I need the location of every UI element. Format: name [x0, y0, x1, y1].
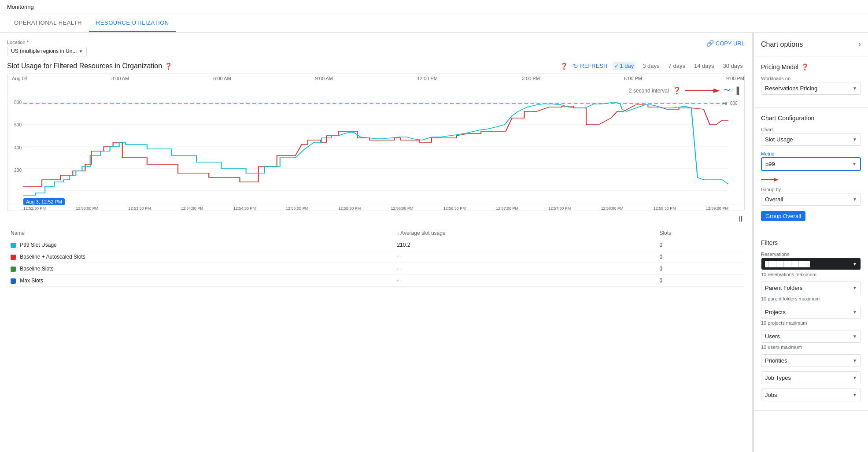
reservations-filter[interactable]: ████████████ ▼ — [761, 258, 861, 270]
location-dropdown[interactable]: US (multiple regions in Un... ▼ — [7, 46, 87, 56]
users-filter[interactable]: Users ▼ — [761, 330, 861, 343]
pause-icon[interactable]: ⏸ — [737, 215, 745, 224]
y-right-800: 800 — [730, 101, 744, 106]
location-value: US (multiple regions in Un... — [11, 48, 77, 54]
table-row: Baseline Slots - 0 — [7, 263, 745, 275]
top-bar: Monitoring — [0, 0, 868, 14]
jobs-filter[interactable]: Jobs ▼ — [761, 389, 861, 401]
chart-help-icon[interactable]: ❓ — [560, 63, 568, 70]
legend-row-2-slots: 0 — [656, 263, 745, 275]
legend-color-1 — [11, 255, 16, 260]
workloads-dropdown[interactable]: Reservations Pricing ▼ — [761, 82, 861, 95]
filters-section: Filters Reservations ████████████ ▼ 10 r… — [754, 232, 868, 411]
projects-group: Projects ▼ 10 projects maximum — [761, 306, 861, 326]
reservations-chevron-icon: ▼ — [853, 262, 857, 267]
reservations-filled-value: ████████████ — [765, 261, 810, 267]
day-btn-7[interactable]: 7 days — [667, 62, 687, 70]
x-label-4: 12:00 PM — [417, 76, 438, 81]
priorities-filter[interactable]: Priorities ▼ — [761, 354, 861, 367]
col-name: Name — [7, 227, 393, 239]
day-btn-1[interactable]: ✓ 1 day — [613, 62, 635, 70]
chart-config-section: Chart Configuration Chart Slot Usage ▼ M… — [754, 107, 868, 232]
jobs-group: Jobs ▼ — [761, 389, 861, 401]
x-label-0: Aug 04 — [12, 76, 27, 81]
parent-folders-filter[interactable]: Parent Folders ▼ — [761, 282, 861, 294]
location-chevron-icon: ▼ — [78, 49, 83, 54]
legend-row-2-name: Baseline Slots — [7, 263, 393, 275]
ts-7: 12:56:00 PM — [391, 206, 414, 211]
y-label-800: 800 — [14, 100, 22, 105]
x-label-6: 6:00 PM — [624, 76, 642, 81]
chart-area: 800 600 400 200 0 — [7, 98, 744, 204]
filters-title: Filters — [761, 239, 861, 246]
pause-row: ⏸ — [7, 215, 745, 224]
chart-header: Slot Usage for Filtered Resources in Org… — [7, 62, 745, 70]
chart-config-title: Chart Configuration — [761, 115, 861, 122]
parent-folders-group: Parent Folders ▼ 10 parent folders maxim… — [761, 282, 861, 301]
legend-color-3 — [11, 278, 16, 284]
svg-marker-1 — [713, 89, 720, 93]
chart-svg: 800 — [23, 98, 728, 204]
legend-row-0-slots: 0 — [656, 239, 745, 251]
day-btn-3[interactable]: 3 days — [641, 62, 661, 70]
job-types-filter[interactable]: Job Types ▼ — [761, 371, 861, 384]
chart-title-help-icon[interactable]: ❓ — [165, 63, 172, 70]
location-label: Location * — [7, 40, 87, 45]
interval-label: 2 second interval — [629, 88, 669, 94]
metric-label: Metric — [761, 151, 861, 156]
projects-filter[interactable]: Projects ▼ — [761, 306, 861, 319]
legend-row-1-name: Baseline + Autoscaled Slots — [7, 251, 393, 263]
col-slots: Slots — [656, 227, 745, 239]
metric-chevron-icon: ▼ — [852, 162, 857, 167]
metric-dropdown[interactable]: p99 ▼ — [761, 157, 861, 171]
svg-marker-12 — [774, 178, 779, 182]
table-row: P99 Slot Usage 210.2 0 — [7, 239, 745, 251]
x-axis-bottom: Aug 3, 12:52 PM 12:52:30 PM 12:53:00 PM … — [7, 204, 744, 211]
table-row: Baseline + Autoscaled Slots - 0 — [7, 251, 745, 263]
copy-url-button[interactable]: 🔗 COPY URL — [706, 40, 745, 47]
chart-title: Slot Usage for Filtered Resources in Org… — [7, 62, 162, 70]
workloads-label: Workloads on — [761, 76, 861, 81]
parent-folders-max: 10 parent folders maximum — [761, 296, 861, 301]
legend-row-0-name: P99 Slot Usage — [7, 239, 393, 251]
tab-resource-utilization[interactable]: RESOURCE UTILIZATION — [89, 14, 176, 32]
group-by-dropdown[interactable]: Overall ▼ — [761, 193, 861, 206]
ts-4: 12:54:30 PM — [233, 206, 256, 211]
refresh-button[interactable]: ↻ REFRESH — [573, 63, 607, 70]
legend-row-3-name: Max Slots — [7, 275, 393, 287]
x-label-1: 3:00 AM — [111, 76, 129, 81]
tab-operational-health[interactable]: OPERATIONAL HEALTH — [7, 14, 89, 32]
pricing-help-icon[interactable]: ❓ — [801, 63, 809, 70]
legend-row-0-avg: 210.2 — [393, 239, 656, 251]
ts-11: 12:58:00 PM — [601, 206, 623, 211]
line-chart-icon[interactable]: 〜 — [724, 86, 731, 95]
day-btn-30[interactable]: 30 days — [721, 62, 745, 70]
jobs-chevron-icon: ▼ — [853, 393, 857, 397]
legend-row-3-slots: 0 — [656, 275, 745, 287]
close-panel-icon[interactable]: › — [858, 40, 861, 49]
job-types-chevron-icon: ▼ — [853, 375, 857, 380]
chart-container: Aug 04 3:00 AM 6:00 AM 9:00 AM 12:00 PM … — [7, 74, 745, 211]
legend-color-2 — [11, 267, 16, 272]
sort-icon: ↓ — [397, 231, 399, 236]
chart-top-bar: 2 second interval ❓ 〜 ▐ — [7, 83, 744, 98]
chart-select-dropdown[interactable]: Slot Usage ▼ — [761, 133, 861, 146]
x-label-5: 3:00 PM — [522, 76, 540, 81]
y-label-600: 600 — [14, 122, 22, 127]
ts-13: 12:59:00 PM — [706, 206, 728, 211]
interval-help-icon[interactable]: ❓ — [672, 86, 681, 95]
ts-5: 12:55:00 PM — [286, 206, 308, 211]
day-btn-14[interactable]: 14 days — [692, 62, 716, 70]
legend-row-3-avg: - — [393, 275, 656, 287]
bar-chart-icon[interactable]: ▐ — [734, 87, 739, 95]
svg-text:800: 800 — [722, 101, 728, 106]
y-label-200: 200 — [14, 168, 22, 173]
metric-arrow — [761, 176, 779, 183]
group-by-chevron-icon: ▼ — [853, 197, 857, 202]
location-section: Location * US (multiple regions in Un...… — [7, 40, 87, 56]
ts-6: 12:55:30 PM — [338, 206, 361, 211]
main-layout: Location * US (multiple regions in Un...… — [0, 33, 868, 452]
priorities-group: Priorities ▼ — [761, 354, 861, 367]
ts-1: 12:53:00 PM — [76, 206, 98, 211]
group-by-value: Overall — [765, 196, 783, 203]
